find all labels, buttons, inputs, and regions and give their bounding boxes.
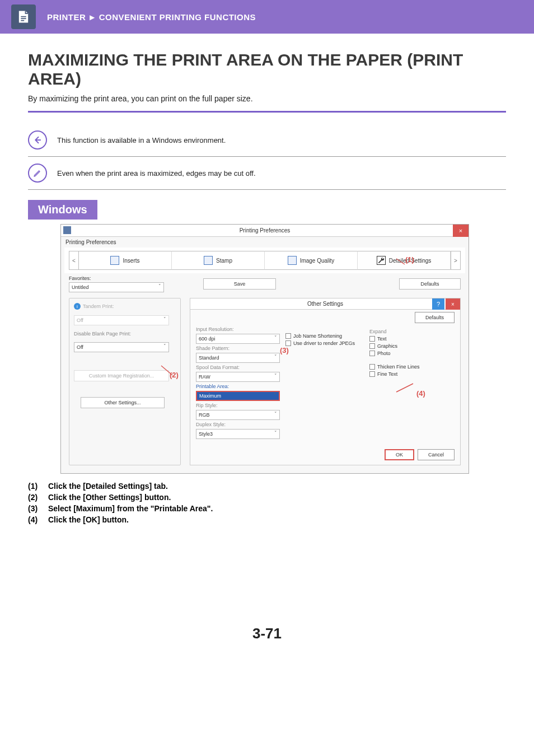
breadcrumb: PRINTER ► CONVENIENT PRINTING FUNCTIONS <box>47 12 256 22</box>
dialog-title: Printing Preferences <box>240 227 291 234</box>
stamp-icon <box>204 256 213 265</box>
step-item: (1)Click the [Detailed Settings] tab. <box>28 482 534 491</box>
tab-stamp[interactable]: Stamp <box>172 251 265 270</box>
sub-dialog-titlebar: Other Settings ? × <box>190 298 460 310</box>
tandem-print-select: Off <box>74 315 169 325</box>
marker-4: (4) <box>416 389 425 398</box>
note-text: Even when the print area is maximized, e… <box>57 169 256 178</box>
blank-page-label: Disable Blank Page Print: <box>74 331 176 337</box>
page-title: MAXIMIZING THE PRINT AREA ON THE PAPER (… <box>28 50 506 88</box>
info-icon: i <box>74 303 81 310</box>
step-list: (1)Click the [Detailed Settings] tab. (2… <box>28 482 534 524</box>
inserts-icon <box>110 256 119 265</box>
expand-photo-checkbox[interactable]: Photo <box>369 351 455 356</box>
tab-prev-arrow[interactable]: < <box>69 251 79 270</box>
section-windows: Windows <box>28 200 97 220</box>
chevron-right-icon: ► <box>88 12 96 22</box>
favorites-label: Favorites: <box>69 276 181 281</box>
dialog-titlebar: Printing Preferences × <box>61 225 469 237</box>
sub-dialog-title: Other Settings <box>307 301 343 307</box>
printable-area-select[interactable]: Maximum <box>196 391 280 401</box>
use-driver-jpeg-checkbox[interactable]: Use driver to render JPEGs <box>285 340 364 346</box>
rip-style-select[interactable]: RGB <box>196 410 280 420</box>
thicken-fine-lines-checkbox[interactable]: Thicken Fine Lines <box>369 364 455 370</box>
custom-image-registration-button: Custom Image Registration... <box>74 370 169 381</box>
pencil-icon <box>28 164 47 183</box>
svg-rect-2 <box>21 20 24 21</box>
step-item: (2)Click the [Other Settings] button. <box>28 493 534 502</box>
marker-3: (3) <box>280 346 289 354</box>
help-icon[interactable]: ? <box>432 298 444 310</box>
tab-next-arrow[interactable]: > <box>451 251 461 270</box>
blank-page-select[interactable]: Off <box>74 342 169 352</box>
note-text: This function is available in a Windows … <box>57 136 226 144</box>
input-resolution-label: Input Resolution: <box>196 326 280 332</box>
spool-format-select[interactable]: RAW <box>196 372 280 382</box>
svg-rect-0 <box>21 16 26 17</box>
tab-inserts[interactable]: Inserts <box>79 251 172 270</box>
breadcrumb-page[interactable]: CONVENIENT PRINTING FUNCTIONS <box>99 12 256 22</box>
tab-detailed-settings[interactable]: Detailed Settings <box>358 251 451 270</box>
left-panel: i Tandem Print: Off Disable Blank Page P… <box>69 298 181 465</box>
defaults-button[interactable]: Defaults <box>399 278 461 290</box>
input-resolution-select[interactable]: 600 dpi <box>196 334 280 344</box>
tab-image-quality[interactable]: Image Quality <box>265 251 358 270</box>
save-button[interactable]: Save <box>203 278 276 290</box>
expand-label: Expand <box>369 329 455 334</box>
printer-page-icon <box>11 4 36 29</box>
page-number: 3-71 <box>0 625 534 642</box>
wrench-icon <box>377 256 386 265</box>
favorites-select[interactable]: Untitled <box>69 282 164 292</box>
expand-graphics-checkbox[interactable]: Graphics <box>369 343 455 349</box>
divider <box>28 111 506 113</box>
back-arrow-icon <box>28 130 47 150</box>
printable-area-label: Printable Area: <box>196 384 280 389</box>
window-icon <box>63 226 71 234</box>
breadcrumb-section[interactable]: PRINTER <box>47 12 86 22</box>
close-icon[interactable]: × <box>446 298 460 310</box>
rip-style-label: Rip Style: <box>196 403 280 408</box>
svg-rect-1 <box>21 18 26 19</box>
tab-label: Stamp <box>216 258 232 264</box>
image-quality-icon <box>288 256 297 265</box>
sub-defaults-button[interactable]: Defaults <box>415 312 455 323</box>
tab-label: Inserts <box>123 258 139 264</box>
note-row: Even when the print area is maximized, e… <box>28 157 506 190</box>
shade-pattern-select[interactable]: Standard <box>196 353 280 363</box>
note-row: This function is available in a Windows … <box>28 124 506 157</box>
dialog-subtitle: Printing Preferences <box>61 237 469 248</box>
ok-button[interactable]: OK <box>385 449 414 460</box>
marker-2: (2) <box>170 371 179 379</box>
marker-1: (1) <box>405 255 414 264</box>
close-icon[interactable]: × <box>453 225 469 237</box>
dialog-screenshot: Printing Preferences × Printing Preferen… <box>60 224 469 474</box>
job-name-shortening-checkbox[interactable]: Job Name Shortening <box>285 333 364 339</box>
step-item: (4)Click the [OK] button. <box>28 515 534 524</box>
other-settings-dialog: Other Settings ? × Defaults Input Resolu… <box>190 298 461 465</box>
tab-label: Image Quality <box>300 258 335 264</box>
tandem-print-label: Tandem Print: <box>83 304 114 309</box>
page-subtitle: By maximizing the print area, you can pr… <box>28 94 506 103</box>
cancel-button[interactable]: Cancel <box>418 449 455 460</box>
duplex-style-select[interactable]: Style3 <box>196 429 280 439</box>
fine-text-checkbox[interactable]: Fine Text <box>369 371 455 377</box>
header-bar: PRINTER ► CONVENIENT PRINTING FUNCTIONS <box>0 0 534 34</box>
duplex-style-label: Duplex Style: <box>196 422 280 427</box>
expand-text-checkbox[interactable]: Text <box>369 336 455 342</box>
spool-format-label: Spool Data Format: <box>196 365 280 370</box>
other-settings-button[interactable]: Other Settings... <box>81 397 165 408</box>
shade-pattern-label: Shade Pattern: <box>196 346 280 351</box>
step-item: (3)Select [Maximum] from the "Printable … <box>28 504 534 513</box>
